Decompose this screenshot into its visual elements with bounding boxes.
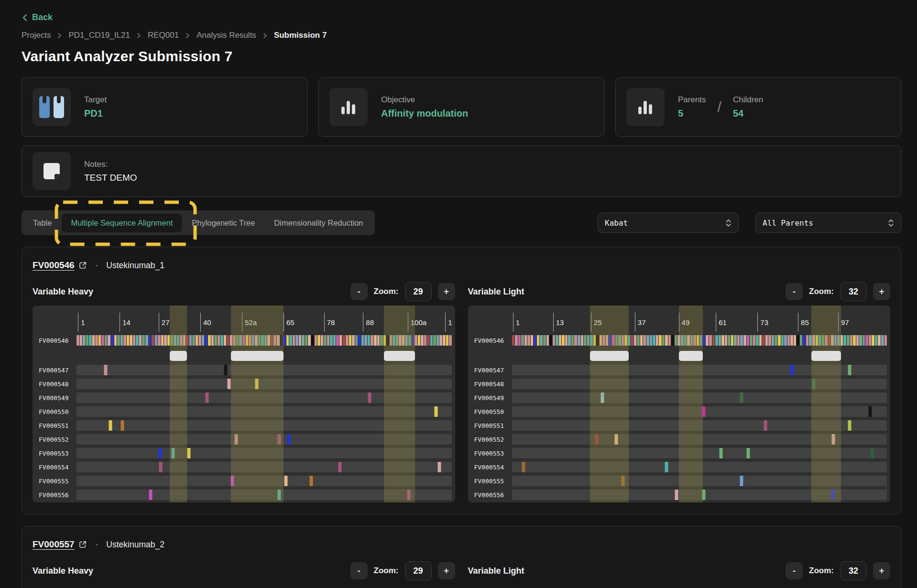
external-link-icon[interactable] [79,261,87,269]
ruler-tick: 49 [679,313,690,332]
zoom-in-button[interactable]: + [873,562,890,579]
target-label: Target [84,95,107,105]
residue-cell [643,335,646,346]
residue-cell [127,335,130,346]
sequence-row[interactable]: FV000554 [33,462,455,472]
cdr-label-box[interactable] [170,351,186,361]
sequence-row[interactable]: FV000552 [468,434,891,445]
sequence-row[interactable]: FV000550 [33,406,455,417]
mutation-mark [172,448,175,458]
residue-cell [76,335,79,346]
parent-filter-select[interactable]: All Parents [755,213,901,233]
chain-header: Variable Light - Zoom: 32 + [468,282,891,302]
sequence-row[interactable]: FV000549 [468,392,891,403]
residue-cell [562,335,565,346]
cdr-label-box[interactable] [679,351,702,361]
alignment-panel-header: FV000557 - Ustekinumab_2 [33,538,890,551]
breadcrumb-item[interactable]: Projects [22,31,51,40]
sequence-row[interactable]: FV000549 [33,392,455,403]
residue-cell [734,335,737,346]
residue-cell [152,335,154,346]
reference-sequence-row[interactable]: FV000546 [33,335,455,346]
residue-cell [543,335,546,346]
residue-cell [437,335,439,346]
msa-viewer[interactable]: 114274052a657888100a1FV000546FV000547FV0… [33,305,455,502]
residue-cell [512,335,515,346]
sequence-row[interactable]: FV000550 [468,406,891,417]
mutation-mark [109,420,112,431]
residue-cell [255,335,258,346]
breadcrumb-item[interactable]: Analysis Results [196,31,256,40]
variant-link[interactable]: FV000546 [33,260,75,271]
zoom-value[interactable]: 32 [840,561,867,580]
residue-cell [214,335,217,346]
sequence-row[interactable]: FV000547 [468,365,891,375]
residue-cell [697,335,699,346]
sequence-row[interactable]: FV000556 [33,490,455,500]
residue-cell [590,335,593,346]
ruler-tick: 1 [445,313,452,332]
residue-cell [578,335,580,346]
residue-cell [371,335,373,346]
zoom-value[interactable]: 29 [405,561,432,580]
ruler-tick-label: 14 [122,313,131,333]
msa-viewer[interactable]: 11325374961738597FV000546FV000547FV00054… [468,305,891,502]
cdr-label-box[interactable] [384,351,415,361]
sequence-row[interactable]: FV000553 [33,448,455,458]
external-link-icon[interactable] [79,541,87,548]
breadcrumb-item[interactable]: PD1_CD19_IL21 [68,31,130,40]
numbering-scheme-select[interactable]: Kabat [598,213,739,233]
back-button[interactable]: Back [22,12,53,22]
residue-cell [280,335,283,346]
reference-track [512,335,887,346]
zoom-in-button[interactable]: + [438,283,455,300]
sequence-row[interactable]: FV000548 [33,379,455,389]
sequence-row[interactable]: FV000552 [33,434,455,445]
objective-label: Objective [381,95,468,105]
residue-cell [393,335,395,346]
sequence-row[interactable]: FV000553 [468,448,891,458]
cdr-label-box[interactable] [811,351,841,361]
tab-multiple-sequence-alignment[interactable]: Multiple Sequence Alignment [62,214,182,232]
sequence-row[interactable]: FV000555 [33,476,455,486]
sequence-row[interactable]: FV000554 [468,462,891,472]
tab-table[interactable]: Table [24,214,61,232]
sequence-row[interactable]: FV000551 [468,420,891,431]
zoom-out-button[interactable]: - [350,283,368,300]
zoom-label: Zoom: [809,287,834,296]
residue-cell [884,335,887,346]
cdr-label-box[interactable] [231,351,284,361]
breadcrumb-item[interactable]: REQ001 [148,31,179,40]
sequence-row[interactable]: FV000547 [33,365,455,375]
reference-sequence-row[interactable]: FV000546 [468,335,891,346]
zoom-in-button[interactable]: + [873,283,890,300]
zoom-value[interactable]: 32 [840,282,867,301]
tab-dimensionality-reduction[interactable]: Dimensionality Reduction [265,214,372,232]
residue-cell [753,335,756,346]
ruler-tick-label: 88 [366,313,374,333]
sequence-row-track [512,462,887,472]
zoom-out-button[interactable]: - [786,562,803,579]
zoom-label: Zoom: [374,287,399,296]
sequence-row[interactable]: FV000555 [468,476,891,486]
cdr-label-box[interactable] [590,351,629,361]
ruler-tick-label: 27 [162,313,170,333]
residue-cell [653,335,655,346]
zoom-out-button[interactable]: - [786,283,803,300]
residue-cell [149,335,152,346]
residue-cell [624,335,627,346]
residue-cell [374,335,377,346]
variant-link[interactable]: FV000557 [33,539,75,550]
residue-cell [311,335,314,346]
residue-cell [330,335,333,346]
residue-cell [377,335,380,346]
sequence-row[interactable]: FV000548 [468,379,891,389]
residue-cell [822,335,825,346]
residue-cell [183,335,186,346]
sequence-row[interactable]: FV000556 [468,490,891,500]
zoom-value[interactable]: 29 [405,282,432,301]
tab-phylogenetic-tree[interactable]: Phylogenetic Tree [183,214,264,232]
zoom-out-button[interactable]: - [350,562,368,579]
sequence-row[interactable]: FV000551 [33,420,455,431]
zoom-in-button[interactable]: + [438,562,455,579]
